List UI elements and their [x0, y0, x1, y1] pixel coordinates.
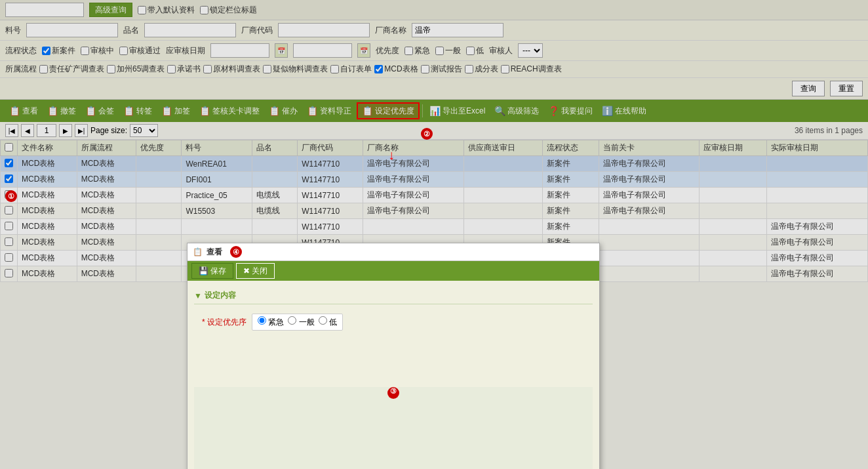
modal-icon: 📋	[193, 247, 203, 256]
radio-normal-label[interactable]: 一般	[288, 316, 314, 328]
modal-toolbar: 💾 保存 ✖ 关闭	[187, 261, 599, 281]
modal-body-area: ③	[194, 387, 593, 469]
modal-title: 查看	[207, 247, 222, 258]
priority-modal: 📋 查看 ④ 💾 保存 ✖ 关闭 ▼ 设定内容 * 设定优先序	[187, 243, 600, 469]
section-header: ▼ 设定内容	[194, 287, 593, 304]
page-wrapper: 高级查询 带入默认资料 锁定栏位标题 料号 品名 厂商代码 厂商名称 流程状态 …	[0, 0, 868, 469]
field-row-priority: * 设定优先序 紧急 一般 低	[194, 310, 593, 335]
radio-urgent-label[interactable]: 紧急	[258, 316, 284, 328]
radio-low-label[interactable]: 低	[319, 316, 337, 328]
save-icon: 💾	[199, 266, 208, 275]
close-icon: ✖	[243, 266, 250, 275]
modal-save-button[interactable]: 💾 保存	[191, 263, 233, 279]
radio-normal[interactable]	[288, 316, 296, 325]
radio-urgent[interactable]	[258, 316, 266, 325]
field-label-priority: * 设定优先序	[194, 317, 247, 328]
modal-title-bar: 📋 查看 ④	[187, 243, 599, 261]
modal-content: ▼ 设定内容 * 设定优先序 紧急 一般 低	[187, 281, 599, 469]
annotation-2: ②	[421, 128, 433, 140]
annotation-3: ③	[387, 387, 399, 399]
annotation-4: ④	[230, 246, 242, 258]
chevron-icon: ▼	[194, 291, 202, 300]
priority-radio-group: 紧急 一般 低	[252, 314, 343, 331]
radio-low[interactable]	[319, 316, 327, 325]
annotation-1: ①	[5, 190, 17, 202]
modal-close-button[interactable]: ✖ 关闭	[236, 263, 275, 279]
